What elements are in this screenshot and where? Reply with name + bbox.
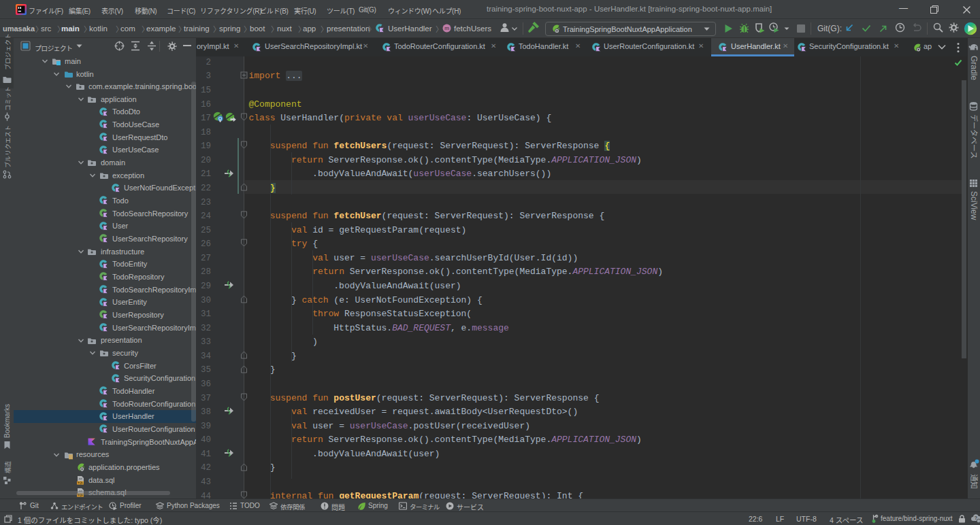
svg-text:?: ? bbox=[975, 515, 977, 520]
svg-text:m: m bbox=[444, 25, 449, 31]
svg-text:SQL: SQL bbox=[77, 481, 83, 484]
